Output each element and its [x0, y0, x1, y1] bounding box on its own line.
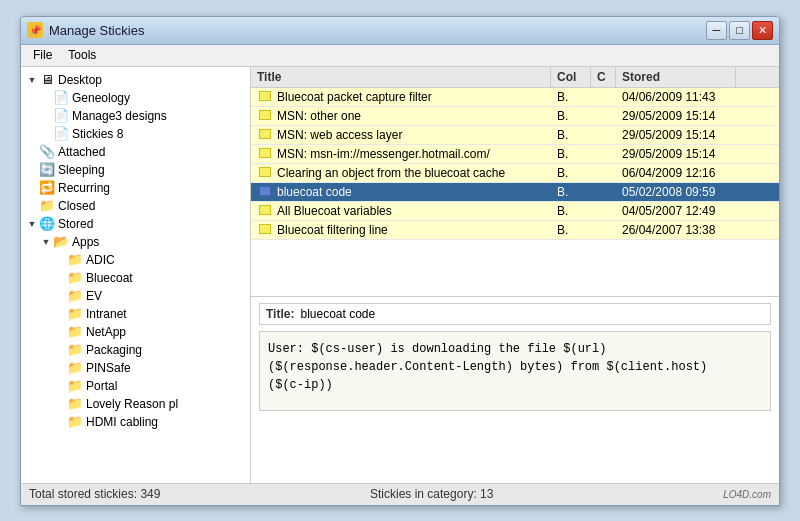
sidebar-label-desktop: Desktop	[58, 73, 102, 87]
table-row[interactable]: MSN: msn-im://messenger.hotmail.com/ B. …	[251, 145, 779, 164]
row-stored: 26/04/2007 13:38	[616, 221, 736, 239]
recurring-icon: 🔁	[39, 180, 55, 196]
sidebar-item-desktop[interactable]: ▼ 🖥 Desktop	[21, 71, 250, 89]
row-title: Bluecoat packet capture filter	[251, 88, 551, 106]
title-bar-left: 📌 Manage Stickies	[27, 22, 144, 38]
header-col[interactable]: Col	[551, 67, 591, 87]
expander-apps[interactable]: ▼	[39, 235, 53, 249]
sidebar-item-adic[interactable]: 📁 ADIC	[21, 251, 250, 269]
row-col: B.	[551, 145, 591, 163]
row-stored: 05/02/2008 09:59	[616, 183, 736, 201]
close-button[interactable]: ✕	[752, 21, 773, 40]
row-stored: 06/04/2009 12:16	[616, 164, 736, 182]
folder-icon-netapp: 📁	[67, 324, 83, 340]
sidebar-item-ev[interactable]: 📁 EV	[21, 287, 250, 305]
sidebar-label-pinsafe: PINSafe	[86, 361, 131, 375]
sticky-icon-yellow	[257, 110, 273, 120]
sidebar-item-netapp[interactable]: 📁 NetApp	[21, 323, 250, 341]
sidebar-item-portal[interactable]: 📁 Portal	[21, 377, 250, 395]
doc-icon-manage3: 📄	[53, 108, 69, 124]
row-c	[591, 152, 616, 156]
folder-icon-portal: 📁	[67, 378, 83, 394]
sidebar-label-hdmi: HDMI cabling	[86, 415, 158, 429]
sidebar-item-recurring[interactable]: ▶ 🔁 Recurring	[21, 179, 250, 197]
sidebar-label-lovely: Lovely Reason pl	[86, 397, 178, 411]
row-stored: 04/06/2009 11:43	[616, 88, 736, 106]
sidebar-item-stored[interactable]: ▼ 🌐 Stored	[21, 215, 250, 233]
sidebar-item-hdmi[interactable]: 📁 HDMI cabling	[21, 413, 250, 431]
sticky-icon-yellow	[257, 129, 273, 139]
sidebar-item-manage3[interactable]: 📄 Manage3 designs	[21, 107, 250, 125]
doc-icon-stickies8: 📄	[53, 126, 69, 142]
sidebar-label-ev: EV	[86, 289, 102, 303]
table-row[interactable]: Clearing an object from the bluecoat cac…	[251, 164, 779, 183]
menu-tools[interactable]: Tools	[60, 46, 104, 64]
row-title: bluecoat code	[251, 183, 551, 201]
sidebar-label-intranet: Intranet	[86, 307, 127, 321]
sidebar-label-packaging: Packaging	[86, 343, 142, 357]
header-title[interactable]: Title	[251, 67, 551, 87]
title-label: Title:	[266, 307, 294, 321]
doc-icon-geneology: 📄	[53, 90, 69, 106]
status-category: Stickies in category: 13	[370, 487, 711, 501]
table-row[interactable]: All Bluecoat variables B. 04/05/2007 12:…	[251, 202, 779, 221]
row-col: B.	[551, 164, 591, 182]
sidebar-label-geneology: Geneology	[72, 91, 130, 105]
detail-content: User: $(cs-user) is downloading the file…	[259, 331, 771, 411]
header-stored[interactable]: Stored	[616, 67, 736, 87]
sidebar-item-stickies8[interactable]: 📄 Stickies 8	[21, 125, 250, 143]
content-area: ▼ 🖥 Desktop 📄 Geneology 📄 Manage3 design…	[21, 67, 779, 483]
status-total: Total stored stickies: 349	[29, 487, 370, 501]
app-icon: 📌	[27, 22, 43, 38]
closed-icon: 📁	[39, 198, 55, 214]
row-title: MSN: msn-im://messenger.hotmail.com/	[251, 145, 551, 163]
main-panel: Title Col C Stored Bluecoat packet captu…	[251, 67, 779, 483]
expander-desktop[interactable]: ▼	[25, 73, 39, 87]
sticky-icon-blue	[257, 186, 273, 196]
row-col: B.	[551, 107, 591, 125]
maximize-button[interactable]: □	[729, 21, 750, 40]
folder-icon-intranet: 📁	[67, 306, 83, 322]
list-header: Title Col C Stored	[251, 67, 779, 88]
desktop-icon: 🖥	[39, 72, 55, 88]
row-col: B.	[551, 202, 591, 220]
row-title: MSN: web access layer	[251, 126, 551, 144]
table-row[interactable]: Bluecoat packet capture filter B. 04/06/…	[251, 88, 779, 107]
detail-title-row: Title: bluecoat code	[259, 303, 771, 325]
menu-file[interactable]: File	[25, 46, 60, 64]
sidebar-item-packaging[interactable]: 📁 Packaging	[21, 341, 250, 359]
logo: LO4D.com	[711, 484, 771, 504]
sidebar-item-apps[interactable]: ▼ 📂 Apps	[21, 233, 250, 251]
table-row[interactable]: MSN: web access layer B. 29/05/2009 15:1…	[251, 126, 779, 145]
row-title: Bluecoat filtering line	[251, 221, 551, 239]
sidebar-item-attached[interactable]: ▶ 📎 Attached	[21, 143, 250, 161]
sticky-icon-yellow	[257, 205, 273, 215]
sidebar-item-intranet[interactable]: 📁 Intranet	[21, 305, 250, 323]
attached-icon: 📎	[39, 144, 55, 160]
row-title: All Bluecoat variables	[251, 202, 551, 220]
folder-icon-bluecoat: 📁	[67, 270, 83, 286]
stored-icon: 🌐	[39, 216, 55, 232]
sidebar[interactable]: ▼ 🖥 Desktop 📄 Geneology 📄 Manage3 design…	[21, 67, 251, 483]
table-row[interactable]: Bluecoat filtering line B. 26/04/2007 13…	[251, 221, 779, 240]
header-c[interactable]: C	[591, 67, 616, 87]
table-row[interactable]: MSN: other one B. 29/05/2009 15:14	[251, 107, 779, 126]
sidebar-item-lovely[interactable]: 📁 Lovely Reason pl	[21, 395, 250, 413]
sidebar-item-sleeping[interactable]: ▶ 🔄 Sleeping	[21, 161, 250, 179]
sidebar-label-netapp: NetApp	[86, 325, 126, 339]
detail-title-value: bluecoat code	[300, 307, 764, 321]
folder-icon-packaging: 📁	[67, 342, 83, 358]
table-row-selected[interactable]: bluecoat code B. 05/02/2008 09:59	[251, 183, 779, 202]
row-stored: 04/05/2007 12:49	[616, 202, 736, 220]
expander-stored[interactable]: ▼	[25, 217, 39, 231]
sidebar-item-closed[interactable]: ▶ 📁 Closed	[21, 197, 250, 215]
row-c	[591, 95, 616, 99]
row-col: B.	[551, 88, 591, 106]
sidebar-label-bluecoat: Bluecoat	[86, 271, 133, 285]
sidebar-item-bluecoat[interactable]: 📁 Bluecoat	[21, 269, 250, 287]
sidebar-item-pinsafe[interactable]: 📁 PINSafe	[21, 359, 250, 377]
sidebar-item-geneology[interactable]: 📄 Geneology	[21, 89, 250, 107]
statusbar: Total stored stickies: 349 Stickies in c…	[21, 483, 779, 505]
minimize-button[interactable]: ─	[706, 21, 727, 40]
list-area[interactable]: Title Col C Stored Bluecoat packet captu…	[251, 67, 779, 297]
